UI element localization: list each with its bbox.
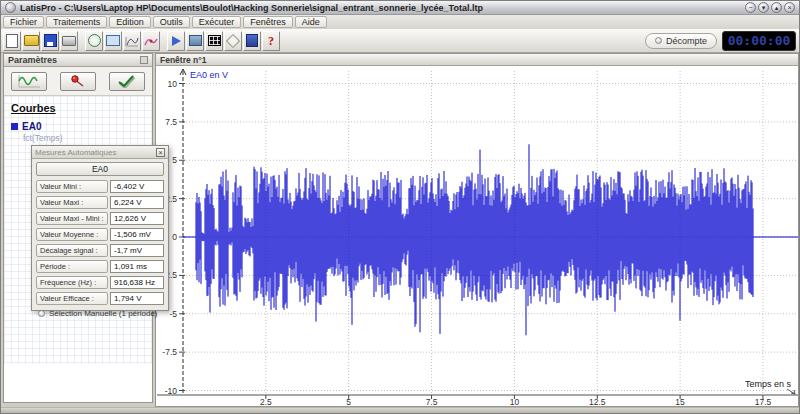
magnifier-button[interactable] [224, 31, 242, 51]
shade-icon[interactable]: ▾ [758, 2, 769, 13]
mesures-title-bar[interactable]: Mesures Automatiques × [32, 146, 168, 159]
manual-selection-label: Sélection Manuelle (1 période) [49, 309, 158, 318]
mesure-value: -1,506 mV [110, 228, 164, 241]
parametres-buttons [4, 67, 152, 96]
print-button[interactable] [60, 31, 78, 51]
title-bar: LatisPro - C:\Users\Laptop HP\Documents\… [1, 1, 799, 15]
notebook-button[interactable] [243, 31, 261, 51]
menu-edition[interactable]: Edition [109, 16, 151, 28]
mesure-row: Fréquence (Hz) : 916,638 Hz [36, 276, 164, 289]
mesures-title: Mesures Automatiques [35, 148, 116, 157]
mesures-close-icon[interactable]: × [156, 148, 165, 157]
svg-text:5: 5 [346, 397, 351, 406]
mesure-label[interactable]: Valeur Moyenne : [36, 228, 108, 241]
menu-outils[interactable]: Outils [153, 16, 190, 28]
validate-button[interactable] [109, 72, 145, 91]
mesure-label[interactable]: Valeur Efficace : [36, 292, 108, 305]
menu-fenetres[interactable]: Fenêtres [243, 16, 293, 28]
mesure-label[interactable]: Valeur Maxi - Mini : [36, 212, 108, 225]
menu-executer[interactable]: Exécuter [192, 16, 242, 28]
mesure-row: Décalage signal : -1,7 mV [36, 244, 164, 257]
red-pin-icon [69, 74, 87, 88]
mesure-value: -6,402 V [110, 180, 164, 193]
svg-text:7.5: 7.5 [165, 117, 177, 127]
menu-bar: Fichier Traitements Edition Outils Exécu… [1, 15, 799, 29]
curve-item-ea0[interactable]: EA0 [11, 121, 145, 132]
tool-bar: ? Décompte 00:00:00 [1, 29, 799, 53]
maximize-icon[interactable]: ▴ [771, 2, 782, 13]
mesure-value: 6,224 V [110, 196, 164, 209]
svg-text:-5: -5 [169, 309, 177, 319]
help-button[interactable]: ? [262, 31, 280, 51]
display-window-button[interactable] [104, 31, 122, 51]
curve-name: EA0 [22, 121, 41, 132]
table-button[interactable] [205, 31, 223, 51]
courbes-heading: Courbes [11, 102, 145, 114]
curve-button[interactable] [123, 31, 141, 51]
sine-curve-icon [125, 35, 139, 47]
play-button[interactable] [167, 31, 185, 51]
panel-pin-icon[interactable] [140, 56, 148, 64]
waveform-plot[interactable]: 107.552.50-2.5-5-7.5-102.557.51012.51517… [157, 65, 798, 406]
radio-icon [655, 37, 662, 44]
menu-fichier[interactable]: Fichier [3, 16, 44, 28]
svg-text:10: 10 [168, 79, 178, 89]
open-file-button[interactable] [22, 31, 40, 51]
parametres-header: Paramètres [4, 54, 152, 67]
svg-text:-7.5: -7.5 [162, 347, 177, 357]
acquisition-params-button[interactable] [11, 72, 47, 91]
mesure-row: Valeur Moyenne : -1,506 mV [36, 228, 164, 241]
chart-window: Fenêtre n°1 107.552.50-2.5-5-7.5-102.557… [155, 53, 799, 407]
curve-color-swatch [11, 123, 18, 130]
trigger-params-button[interactable] [60, 72, 96, 91]
window-title: LatisPro - C:\Users\Laptop HP\Documents\… [20, 3, 483, 13]
new-file-button[interactable] [3, 31, 21, 51]
manual-selection-radio[interactable]: Sélection Manuelle (1 période) [36, 309, 164, 318]
mesure-row: Valeur Mini : -6,402 V [36, 180, 164, 193]
mesure-row: Valeur Maxi : 6,224 V [36, 196, 164, 209]
menu-traitements[interactable]: Traitements [46, 16, 107, 28]
menu-aide[interactable]: Aide [295, 16, 327, 28]
svg-text:EA0 en V: EA0 en V [190, 70, 228, 80]
mesure-value: 1,794 V [110, 292, 164, 305]
mesure-label[interactable]: Période : [36, 260, 108, 273]
mesures-source-button[interactable]: EA0 [36, 162, 164, 176]
mesure-row: Période : 1,091 ms [36, 260, 164, 273]
app-logo-icon [5, 2, 16, 13]
magnifier-icon [226, 33, 240, 47]
play-icon [172, 36, 181, 46]
modelisation-button[interactable] [142, 31, 160, 51]
printer-icon [62, 36, 76, 46]
chart-window-title: Fenêtre n°1 [160, 55, 206, 65]
acquisition-controls: Décompte 00:00:00 [645, 31, 797, 51]
open-folder-icon [24, 35, 39, 46]
mesure-label[interactable]: Valeur Mini : [36, 180, 108, 193]
save-button[interactable] [41, 31, 59, 51]
mesure-value: 916,638 Hz [110, 276, 164, 289]
decompte-radio[interactable]: Décompte [645, 33, 717, 49]
transfer-button[interactable] [186, 31, 204, 51]
floppy-disk-icon [44, 34, 57, 47]
svg-text:2.5: 2.5 [260, 397, 272, 406]
mesures-automatiques-panel: Mesures Automatiques × EA0 Valeur Mini :… [31, 145, 169, 311]
acquisition-clock-icon [88, 34, 101, 47]
svg-text:12.5: 12.5 [589, 397, 606, 406]
minimize-icon[interactable]: − [745, 2, 756, 13]
notebook-icon [246, 34, 258, 47]
acquisition-button[interactable] [85, 31, 103, 51]
mesure-label[interactable]: Fréquence (Hz) : [36, 276, 108, 289]
mesure-label[interactable]: Valeur Maxi : [36, 196, 108, 209]
svg-text:0: 0 [172, 232, 177, 242]
mesure-row: Valeur Efficace : 1,794 V [36, 292, 164, 305]
svg-text:-10: -10 [165, 386, 178, 396]
svg-text:5: 5 [172, 155, 177, 165]
mesure-label[interactable]: Décalage signal : [36, 244, 108, 257]
mesure-value: 12,626 V [110, 212, 164, 225]
window-controls: − ▾ ▴ × [745, 2, 795, 13]
close-icon[interactable]: × [784, 2, 795, 13]
display-window-icon [106, 35, 120, 46]
parametres-title: Paramètres [8, 55, 57, 65]
green-check-icon [116, 74, 138, 88]
transfer-icon [189, 35, 202, 46]
svg-text:15: 15 [675, 397, 685, 406]
